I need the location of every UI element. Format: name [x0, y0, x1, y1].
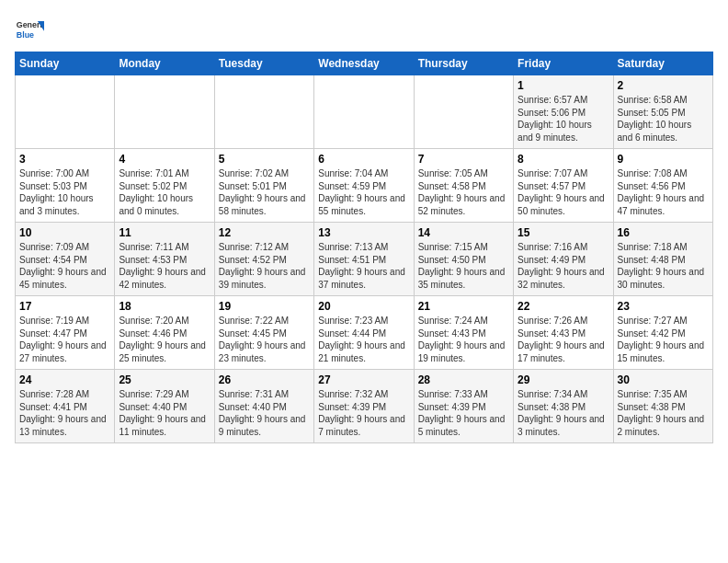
calendar-cell: 3Sunrise: 7:00 AM Sunset: 5:03 PM Daylig…: [16, 149, 115, 223]
calendar-cell: 19Sunrise: 7:22 AM Sunset: 4:45 PM Dayli…: [214, 296, 313, 370]
calendar-cell: [16, 75, 115, 149]
day-number: 26: [219, 373, 310, 386]
day-info: Sunrise: 7:24 AM Sunset: 4:43 PM Dayligh…: [418, 315, 509, 364]
calendar-cell: 21Sunrise: 7:24 AM Sunset: 4:43 PM Dayli…: [414, 296, 513, 370]
day-number: 3: [19, 153, 110, 166]
day-info: Sunrise: 7:12 AM Sunset: 4:52 PM Dayligh…: [219, 241, 310, 291]
day-number: 27: [318, 373, 409, 386]
day-number: 19: [219, 300, 310, 313]
calendar-cell: 2Sunrise: 6:58 AM Sunset: 5:05 PM Daylig…: [613, 75, 712, 149]
day-of-week-header: Sunday: [16, 52, 115, 75]
day-number: 22: [518, 300, 609, 313]
day-number: 18: [119, 300, 210, 313]
day-info: Sunrise: 7:11 AM Sunset: 4:53 PM Dayligh…: [119, 241, 210, 291]
calendar-week-row: 3Sunrise: 7:00 AM Sunset: 5:03 PM Daylig…: [16, 149, 713, 223]
day-info: Sunrise: 7:01 AM Sunset: 5:02 PM Dayligh…: [119, 167, 210, 217]
svg-text:Blue: Blue: [17, 30, 34, 40]
logo-icon: General Blue: [15, 15, 44, 44]
day-number: 20: [318, 300, 409, 313]
calendar-cell: [214, 75, 313, 149]
calendar-cell: 20Sunrise: 7:23 AM Sunset: 4:44 PM Dayli…: [314, 296, 414, 370]
calendar-week-row: 1Sunrise: 6:57 AM Sunset: 5:06 PM Daylig…: [16, 75, 713, 149]
day-of-week-header: Wednesday: [314, 52, 414, 75]
day-number: 1: [518, 79, 609, 92]
day-number: 17: [19, 300, 110, 313]
day-info: Sunrise: 7:16 AM Sunset: 4:49 PM Dayligh…: [518, 241, 609, 291]
calendar-cell: 13Sunrise: 7:13 AM Sunset: 4:51 PM Dayli…: [314, 223, 414, 296]
day-number: 6: [318, 153, 409, 166]
day-info: Sunrise: 7:07 AM Sunset: 4:57 PM Dayligh…: [518, 167, 609, 217]
calendar-header-row: SundayMondayTuesdayWednesdayThursdayFrid…: [16, 52, 713, 75]
day-info: Sunrise: 7:27 AM Sunset: 4:42 PM Dayligh…: [618, 315, 709, 364]
calendar-cell: 23Sunrise: 7:27 AM Sunset: 4:42 PM Dayli…: [613, 296, 712, 370]
calendar-cell: 10Sunrise: 7:09 AM Sunset: 4:54 PM Dayli…: [16, 223, 115, 296]
day-number: 24: [19, 373, 110, 386]
day-info: Sunrise: 7:32 AM Sunset: 4:39 PM Dayligh…: [318, 388, 409, 438]
day-info: Sunrise: 7:13 AM Sunset: 4:51 PM Dayligh…: [318, 241, 409, 291]
day-info: Sunrise: 7:04 AM Sunset: 4:59 PM Dayligh…: [318, 167, 409, 217]
calendar-cell: 16Sunrise: 7:18 AM Sunset: 4:48 PM Dayli…: [613, 223, 712, 296]
day-of-week-header: Monday: [115, 52, 214, 75]
logo: General Blue: [15, 15, 44, 44]
day-info: Sunrise: 7:09 AM Sunset: 4:54 PM Dayligh…: [19, 241, 110, 291]
day-number: 23: [618, 300, 709, 313]
day-of-week-header: Thursday: [414, 52, 513, 75]
day-info: Sunrise: 7:08 AM Sunset: 4:56 PM Dayligh…: [618, 167, 709, 217]
calendar-cell: 15Sunrise: 7:16 AM Sunset: 4:49 PM Dayli…: [514, 223, 613, 296]
day-number: 8: [518, 153, 609, 166]
calendar-cell: 11Sunrise: 7:11 AM Sunset: 4:53 PM Dayli…: [115, 223, 214, 296]
calendar-cell: 25Sunrise: 7:29 AM Sunset: 4:40 PM Dayli…: [115, 370, 214, 443]
day-number: 12: [219, 226, 310, 239]
day-info: Sunrise: 7:00 AM Sunset: 5:03 PM Dayligh…: [19, 167, 110, 217]
day-number: 28: [418, 373, 509, 386]
calendar-week-row: 24Sunrise: 7:28 AM Sunset: 4:41 PM Dayli…: [16, 370, 713, 443]
calendar-cell: 24Sunrise: 7:28 AM Sunset: 4:41 PM Dayli…: [16, 370, 115, 443]
day-number: 16: [618, 226, 709, 239]
header: General Blue: [15, 15, 713, 44]
day-info: Sunrise: 7:18 AM Sunset: 4:48 PM Dayligh…: [618, 241, 709, 291]
calendar-cell: 30Sunrise: 7:35 AM Sunset: 4:38 PM Dayli…: [613, 370, 712, 443]
day-info: Sunrise: 7:34 AM Sunset: 4:38 PM Dayligh…: [518, 388, 609, 438]
calendar-cell: 1Sunrise: 6:57 AM Sunset: 5:06 PM Daylig…: [514, 75, 613, 149]
day-number: 11: [119, 226, 210, 239]
day-info: Sunrise: 7:29 AM Sunset: 4:40 PM Dayligh…: [119, 388, 210, 438]
day-number: 25: [119, 373, 210, 386]
calendar-week-row: 10Sunrise: 7:09 AM Sunset: 4:54 PM Dayli…: [16, 223, 713, 296]
calendar-cell: 18Sunrise: 7:20 AM Sunset: 4:46 PM Dayli…: [115, 296, 214, 370]
day-number: 30: [618, 373, 709, 386]
day-info: Sunrise: 7:33 AM Sunset: 4:39 PM Dayligh…: [418, 388, 509, 438]
calendar-week-row: 17Sunrise: 7:19 AM Sunset: 4:47 PM Dayli…: [16, 296, 713, 370]
day-info: Sunrise: 7:15 AM Sunset: 4:50 PM Dayligh…: [418, 241, 509, 291]
day-of-week-header: Tuesday: [214, 52, 313, 75]
day-info: Sunrise: 7:02 AM Sunset: 5:01 PM Dayligh…: [219, 167, 310, 217]
calendar-cell: 29Sunrise: 7:34 AM Sunset: 4:38 PM Dayli…: [514, 370, 613, 443]
calendar-cell: 6Sunrise: 7:04 AM Sunset: 4:59 PM Daylig…: [314, 149, 414, 223]
day-info: Sunrise: 7:31 AM Sunset: 4:40 PM Dayligh…: [219, 388, 310, 438]
day-info: Sunrise: 7:05 AM Sunset: 4:58 PM Dayligh…: [418, 167, 509, 217]
day-info: Sunrise: 6:57 AM Sunset: 5:06 PM Dayligh…: [518, 94, 609, 144]
calendar-cell: 17Sunrise: 7:19 AM Sunset: 4:47 PM Dayli…: [16, 296, 115, 370]
calendar-cell: 26Sunrise: 7:31 AM Sunset: 4:40 PM Dayli…: [214, 370, 313, 443]
calendar-cell: 27Sunrise: 7:32 AM Sunset: 4:39 PM Dayli…: [314, 370, 414, 443]
calendar-cell: 4Sunrise: 7:01 AM Sunset: 5:02 PM Daylig…: [115, 149, 214, 223]
calendar: SundayMondayTuesdayWednesdayThursdayFrid…: [15, 52, 713, 443]
calendar-cell: 8Sunrise: 7:07 AM Sunset: 4:57 PM Daylig…: [514, 149, 613, 223]
day-number: 4: [119, 153, 210, 166]
day-info: Sunrise: 7:20 AM Sunset: 4:46 PM Dayligh…: [119, 315, 210, 364]
calendar-cell: 28Sunrise: 7:33 AM Sunset: 4:39 PM Dayli…: [414, 370, 513, 443]
day-info: Sunrise: 7:23 AM Sunset: 4:44 PM Dayligh…: [318, 315, 409, 364]
calendar-cell: 22Sunrise: 7:26 AM Sunset: 4:43 PM Dayli…: [514, 296, 613, 370]
day-number: 7: [418, 153, 509, 166]
day-info: Sunrise: 6:58 AM Sunset: 5:05 PM Dayligh…: [618, 94, 709, 144]
day-number: 29: [518, 373, 609, 386]
calendar-cell: 9Sunrise: 7:08 AM Sunset: 4:56 PM Daylig…: [613, 149, 712, 223]
day-info: Sunrise: 7:28 AM Sunset: 4:41 PM Dayligh…: [19, 388, 110, 438]
calendar-cell: [314, 75, 414, 149]
day-info: Sunrise: 7:26 AM Sunset: 4:43 PM Dayligh…: [518, 315, 609, 364]
calendar-cell: [115, 75, 214, 149]
day-of-week-header: Friday: [514, 52, 613, 75]
day-number: 10: [19, 226, 110, 239]
day-info: Sunrise: 7:19 AM Sunset: 4:47 PM Dayligh…: [19, 315, 110, 364]
day-number: 15: [518, 226, 609, 239]
day-of-week-header: Saturday: [613, 52, 712, 75]
